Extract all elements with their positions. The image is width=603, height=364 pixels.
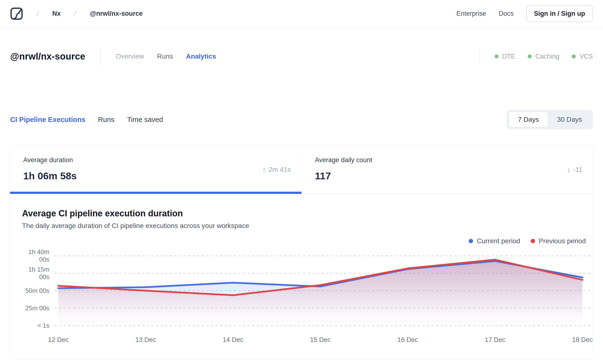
x-axis-tick-label: 18 Dec [572, 336, 593, 344]
y-axis-tick-label: 1h 15m00s [10, 266, 49, 281]
date-range-toggle: 7 Days 30 Days [507, 110, 593, 129]
divider [480, 49, 480, 64]
status-dot-icon [528, 54, 532, 58]
arrow-down-icon: ↓ [567, 165, 571, 174]
plot-area: 1h 40m00s1h 15m00s50m 00s25m 00s< 1s12 D… [55, 251, 591, 331]
stat-value: 1h 06m 58s [23, 170, 288, 182]
status-label: DTE [502, 53, 515, 60]
legend-label: Current period [477, 237, 520, 245]
analytics-card: Average duration 1h 06m 58s ↑ 2m 41s Ave… [10, 145, 593, 359]
x-axis-tick-label: 16 Dec [397, 336, 418, 344]
workspace-status-group: DTE Caching VCS [480, 49, 593, 64]
range-7-days-button[interactable]: 7 Days [509, 112, 548, 127]
tab-runs-analytics[interactable]: Runs [98, 116, 115, 124]
x-axis-tick-label: 15 Dec [310, 336, 331, 344]
active-tab-indicator [10, 192, 302, 194]
status-caching: Caching [528, 53, 559, 60]
breadcrumb: / Nx / @nrwl/nx-source [36, 9, 143, 18]
top-nav: / Nx / @nrwl/nx-source Enterprise Docs S… [0, 0, 603, 27]
chart-subtitle: The daily average duration of CI pipelin… [22, 222, 593, 230]
page-title: @nrwl/nx-source [10, 51, 85, 62]
stat-label: Average daily count [315, 156, 580, 164]
analytics-tabs: CI Pipeline Executions Runs Time saved [10, 116, 163, 124]
tab-runs[interactable]: Runs [157, 53, 173, 60]
legend-dot-icon [531, 239, 535, 243]
area-previous-period [58, 260, 582, 326]
chart-title: Average CI pipeline execution duration [22, 208, 593, 219]
x-axis-tick-label: 14 Dec [223, 336, 244, 344]
nx-cloud-logo[interactable] [10, 7, 23, 20]
project-tabs: Overview Runs Analytics [116, 53, 216, 60]
chart-section: Average CI pipeline execution duration T… [10, 194, 593, 359]
y-axis-tick-label: < 1s [10, 322, 49, 329]
legend-item-previous-period[interactable]: Previous period [531, 237, 586, 245]
stat-tabs-row: Average duration 1h 06m 58s ↑ 2m 41s Ave… [10, 145, 593, 194]
y-axis-tick-label: 50m 00s [10, 287, 49, 294]
legend-item-current-period[interactable]: Current period [469, 237, 520, 245]
stat-delta: ↓ -11 [567, 165, 582, 174]
status-label: Caching [535, 53, 559, 60]
status-dot-icon [572, 54, 576, 58]
project-header: @nrwl/nx-source Overview Runs Analytics … [0, 45, 603, 68]
status-vcs: VCS [572, 53, 593, 60]
legend-label: Previous period [539, 237, 586, 245]
delta-value: 2m 41s [269, 166, 291, 174]
x-axis-tick-label: 17 Dec [485, 336, 506, 344]
nav-enterprise-link[interactable]: Enterprise [456, 10, 486, 17]
stat-label: Average duration [23, 156, 288, 164]
stat-card-average-duration[interactable]: Average duration 1h 06m 58s ↑ 2m 41s [10, 145, 302, 194]
status-dte: DTE [495, 53, 515, 60]
range-30-days-button[interactable]: 30 Days [548, 112, 591, 127]
stat-value: 117 [315, 170, 580, 182]
line-chart [55, 251, 591, 331]
divider [100, 47, 101, 66]
arrow-up-icon: ↑ [262, 165, 266, 174]
stat-card-average-daily-count[interactable]: Average daily count 117 ↓ -11 [302, 145, 593, 194]
analytics-controls: CI Pipeline Executions Runs Time saved 7… [0, 110, 603, 129]
y-axis-tick-label: 25m 00s [10, 305, 49, 312]
breadcrumb-separator: / [36, 9, 39, 18]
tab-bottom-border [302, 194, 593, 194]
status-label: VCS [579, 53, 593, 60]
x-axis-tick-label: 13 Dec [135, 336, 156, 344]
chart-legend: Current periodPrevious period [22, 237, 586, 245]
y-axis-tick-label: 1h 40m00s [10, 248, 49, 263]
legend-dot-icon [469, 239, 473, 243]
breadcrumb-workspace[interactable]: Nx [52, 10, 61, 17]
stat-delta: ↑ 2m 41s [262, 165, 291, 174]
sign-in-button[interactable]: Sign in / Sign up [526, 5, 593, 22]
nav-docs-link[interactable]: Docs [499, 10, 514, 17]
breadcrumb-project[interactable]: @nrwl/nx-source [90, 10, 142, 17]
tab-ci-pipeline-executions[interactable]: CI Pipeline Executions [10, 116, 85, 124]
x-axis-tick-label: 12 Dec [48, 336, 69, 344]
tab-analytics[interactable]: Analytics [186, 53, 216, 60]
tab-time-saved[interactable]: Time saved [127, 116, 163, 124]
status-dot-icon [495, 54, 499, 58]
tab-overview[interactable]: Overview [116, 53, 144, 60]
breadcrumb-separator: / [74, 9, 77, 18]
delta-value: -11 [573, 166, 582, 174]
